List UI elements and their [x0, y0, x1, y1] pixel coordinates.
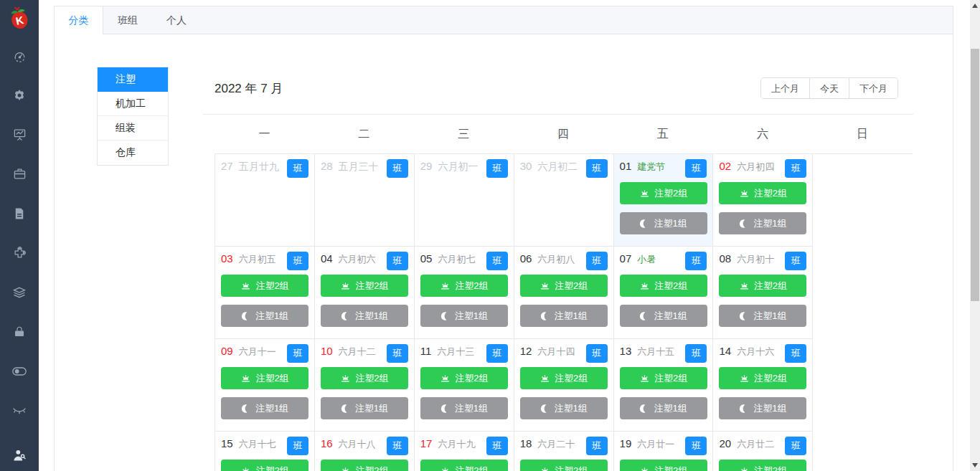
- day-shift-button[interactable]: 注塑2组: [620, 275, 707, 297]
- layers-icon[interactable]: [0, 272, 39, 312]
- day-shift-button[interactable]: 注塑2组: [520, 275, 608, 297]
- sidebar-item-users[interactable]: [0, 439, 39, 471]
- night-shift-button[interactable]: 注塑1组: [321, 397, 408, 419]
- day-shift-button[interactable]: 注塑2组: [620, 182, 707, 204]
- toggle-icon[interactable]: [0, 351, 39, 391]
- night-shift-button[interactable]: 注塑1组: [719, 212, 806, 234]
- day-shift-button[interactable]: 注塑2组: [321, 275, 408, 297]
- shift-badge[interactable]: 班: [685, 437, 707, 455]
- day-shift-button[interactable]: 注塑2组: [520, 460, 608, 471]
- shift-badge[interactable]: 班: [387, 159, 408, 178]
- day-cell[interactable]: 15六月十七班注塑2组注塑1组: [215, 432, 315, 471]
- day-cell[interactable]: 19六月廿一班注塑2组注塑1组: [614, 432, 714, 471]
- shift-badge[interactable]: 班: [287, 437, 308, 455]
- puzzle-icon[interactable]: [0, 233, 39, 272]
- shift-badge[interactable]: 班: [486, 252, 508, 270]
- day-cell[interactable]: 13六月十五班注塑2组注塑1组: [614, 339, 714, 432]
- night-shift-button[interactable]: 注塑1组: [420, 305, 508, 327]
- day-cell[interactable]: 17六月十九班注塑2组注塑1组: [415, 432, 514, 471]
- day-cell[interactable]: 30六月初二班: [514, 154, 614, 247]
- day-shift-button[interactable]: 注塑2组: [620, 460, 707, 471]
- category-item-1[interactable]: 机加工: [98, 92, 168, 116]
- day-cell[interactable]: 09六月十一班注塑2组注塑1组: [215, 339, 315, 432]
- day-shift-button[interactable]: 注塑2组: [321, 460, 408, 471]
- app-logo[interactable]: K: [0, 0, 39, 36]
- day-shift-button[interactable]: 注塑2组: [719, 182, 806, 204]
- day-shift-button[interactable]: 注塑2组: [719, 275, 806, 297]
- day-cell[interactable]: 06六月初八班注塑2组注塑1组: [514, 247, 614, 339]
- day-shift-button[interactable]: 注塑2组: [719, 367, 806, 389]
- day-cell[interactable]: 04六月初六班注塑2组注塑1组: [315, 247, 415, 339]
- day-cell[interactable]: 02六月初四班注塑2组注塑1组: [713, 154, 813, 247]
- prev-month-button[interactable]: 上个月: [761, 78, 810, 98]
- shift-badge[interactable]: 班: [586, 159, 608, 178]
- shift-badge[interactable]: 班: [586, 252, 608, 270]
- chart-board-icon[interactable]: [0, 115, 39, 154]
- day-shift-button[interactable]: 注塑2组: [420, 275, 508, 297]
- shift-badge[interactable]: 班: [486, 344, 508, 363]
- shift-badge[interactable]: 班: [685, 252, 707, 270]
- day-cell[interactable]: 03六月初五班注塑2组注塑1组: [215, 247, 315, 339]
- shift-badge[interactable]: 班: [785, 159, 806, 178]
- night-shift-button[interactable]: 注塑1组: [221, 305, 308, 327]
- day-shift-button[interactable]: 注塑2组: [719, 460, 806, 471]
- today-button[interactable]: 今天: [810, 78, 849, 98]
- shift-badge[interactable]: 班: [387, 344, 408, 363]
- day-cell[interactable]: 16六月十八班注塑2组注塑1组: [315, 432, 415, 471]
- settings-gear-icon[interactable]: [0, 75, 39, 115]
- day-shift-button[interactable]: 注塑2组: [221, 460, 308, 471]
- day-cell[interactable]: 11六月十三班注塑2组注塑1组: [415, 339, 514, 432]
- night-shift-button[interactable]: 注塑1组: [620, 212, 707, 234]
- shift-badge[interactable]: 班: [586, 437, 608, 455]
- night-shift-button[interactable]: 注塑1组: [620, 305, 707, 327]
- category-item-3[interactable]: 仓库: [98, 141, 168, 165]
- day-cell[interactable]: 27五月廿九班: [215, 154, 315, 247]
- next-month-button[interactable]: 下个月: [849, 78, 897, 98]
- briefcase-icon[interactable]: [0, 154, 39, 194]
- shift-badge[interactable]: 班: [785, 252, 806, 270]
- night-shift-button[interactable]: 注塑1组: [221, 397, 308, 419]
- night-shift-button[interactable]: 注塑1组: [620, 397, 707, 419]
- night-shift-button[interactable]: 注塑1组: [420, 397, 508, 419]
- night-shift-button[interactable]: 注塑1组: [520, 397, 608, 419]
- shift-badge[interactable]: 班: [486, 437, 508, 455]
- day-shift-button[interactable]: 注塑2组: [321, 367, 408, 389]
- night-shift-button[interactable]: 注塑1组: [719, 305, 806, 327]
- vertical-scrollbar[interactable]: [970, 0, 980, 471]
- day-cell[interactable]: 20六月廿二班注塑2组注塑1组: [713, 432, 813, 471]
- day-cell[interactable]: 08六月初十班注塑2组注塑1组: [713, 247, 813, 339]
- night-shift-button[interactable]: 注塑1组: [520, 305, 608, 327]
- shift-badge[interactable]: 班: [685, 344, 707, 363]
- category-item-0[interactable]: 注塑: [98, 67, 168, 92]
- eye-closed-icon[interactable]: [0, 391, 39, 430]
- shift-badge[interactable]: 班: [785, 437, 806, 455]
- day-cell[interactable]: 12六月十四班注塑2组注塑1组: [514, 339, 614, 432]
- day-cell[interactable]: 01建党节班注塑2组注塑1组: [614, 154, 714, 247]
- shift-badge[interactable]: 班: [486, 159, 508, 178]
- tab-category[interactable]: 分类: [55, 6, 103, 35]
- day-cell[interactable]: 07小暑班注塑2组注塑1组: [614, 247, 714, 339]
- tab-personal[interactable]: 个人: [152, 6, 201, 34]
- shift-badge[interactable]: 班: [287, 344, 308, 363]
- day-shift-button[interactable]: 注塑2组: [420, 367, 508, 389]
- shift-badge[interactable]: 班: [387, 252, 408, 270]
- document-icon[interactable]: [0, 194, 39, 233]
- shift-badge[interactable]: 班: [387, 437, 408, 455]
- tab-team[interactable]: 班组: [103, 6, 152, 34]
- lock-icon[interactable]: [0, 312, 39, 351]
- shift-badge[interactable]: 班: [287, 159, 308, 178]
- shift-badge[interactable]: 班: [685, 159, 707, 178]
- scrollbar-thumb[interactable]: [971, 49, 979, 301]
- category-item-2[interactable]: 组装: [98, 116, 168, 141]
- night-shift-button[interactable]: 注塑1组: [321, 305, 408, 327]
- scroll-down-arrow-icon[interactable]: [970, 460, 980, 471]
- day-cell[interactable]: 05六月初七班注塑2组注塑1组: [415, 247, 514, 339]
- day-shift-button[interactable]: 注塑2组: [620, 367, 707, 389]
- day-cell[interactable]: 29六月初一班: [415, 154, 514, 247]
- day-cell[interactable]: 18六月二十班注塑2组注塑1组: [514, 432, 614, 471]
- dashboard-gauge-icon[interactable]: [0, 36, 39, 75]
- day-shift-button[interactable]: 注塑2组: [520, 367, 608, 389]
- day-shift-button[interactable]: 注塑2组: [221, 367, 308, 389]
- shift-badge[interactable]: 班: [785, 344, 806, 363]
- night-shift-button[interactable]: 注塑1组: [719, 397, 806, 419]
